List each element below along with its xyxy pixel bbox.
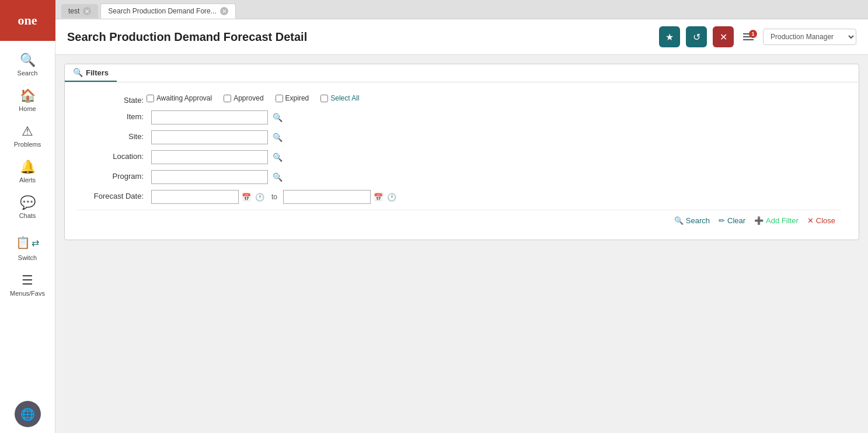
- sidebar-item-label: Search: [18, 70, 38, 77]
- filters-panel: 🔍 Filters State: Awaiting Approval: [64, 64, 859, 240]
- expired-checkbox[interactable]: Expired: [276, 94, 309, 102]
- location-controls: 🔍: [151, 150, 841, 164]
- switch-stack-icon: 📋: [16, 235, 30, 250]
- select-all-label: Select All: [330, 94, 359, 102]
- page-title: Search Production Demand Forecast Detail: [67, 30, 307, 44]
- state-checkboxes: Awaiting Approval Approved Expired: [147, 94, 360, 102]
- forecast-date-to-calendar-btn[interactable]: 📅: [372, 193, 384, 202]
- filter-search-icon: 🔍: [73, 68, 83, 77]
- program-controls: 🔍: [151, 170, 841, 184]
- sidebar-item-menus[interactable]: ☰ Menus/Favs: [0, 267, 55, 303]
- tab-test-close[interactable]: ✕: [83, 7, 91, 15]
- select-all-input[interactable]: [320, 95, 328, 102]
- sidebar-switch-label: Switch: [18, 254, 37, 261]
- filter-actions: 🔍 Search ✏ Clear ➕ Add Filter ✕ Close: [76, 210, 841, 228]
- app-logo[interactable]: one: [0, 0, 55, 41]
- item-filter-row: Item: 🔍: [76, 110, 841, 124]
- add-filter-action[interactable]: ➕ Add Filter: [754, 216, 799, 225]
- sidebar-item-label: Alerts: [19, 176, 36, 183]
- sidebar-item-label: Chats: [19, 212, 36, 219]
- sidebar-item-label: Problems: [14, 141, 41, 148]
- filters-tab-label: Filters: [86, 68, 109, 77]
- awaiting-approval-checkbox[interactable]: Awaiting Approval: [147, 94, 212, 102]
- page-header: Search Production Demand Forecast Detail…: [55, 19, 868, 55]
- program-lookup-button[interactable]: 🔍: [271, 172, 284, 182]
- logo-text: one: [18, 13, 37, 28]
- close-action-icon: ✕: [807, 216, 814, 225]
- clear-action-label: Clear: [727, 216, 745, 225]
- sidebar-item-search[interactable]: 🔍 Search: [0, 47, 55, 82]
- add-filter-label: Add Filter: [766, 216, 799, 225]
- program-label: Program:: [76, 170, 147, 181]
- avatar[interactable]: 🌐: [15, 401, 41, 427]
- search-action[interactable]: 🔍 Search: [674, 216, 710, 225]
- approved-label: Approved: [233, 94, 263, 102]
- item-lookup-button[interactable]: 🔍: [271, 113, 284, 122]
- sidebar-item-home[interactable]: 🏠 Home: [0, 82, 55, 118]
- sidebar-nav: 🔍 Search 🏠 Home ⚠ Problems 🔔 Alerts 💬 Ch…: [0, 41, 55, 401]
- expired-input[interactable]: [276, 95, 283, 102]
- forecast-date-from-group: 📅 🕐: [151, 190, 266, 204]
- forecast-date-from-input[interactable]: [151, 190, 239, 204]
- role-selector[interactable]: Production Manager Admin User: [763, 29, 856, 45]
- filters-body: State: Awaiting Approval Approved Exp: [65, 82, 859, 240]
- tab-search-close[interactable]: ✕: [220, 7, 228, 15]
- search-icon: 🔍: [20, 53, 36, 68]
- header-actions: ★ ↺ ✕ 1 Production Manager Admin User: [659, 26, 856, 47]
- location-label: Location:: [76, 150, 147, 161]
- sidebar-item-label: Home: [19, 105, 36, 112]
- sidebar-item-alerts[interactable]: 🔔 Alerts: [0, 154, 55, 189]
- state-label: State:: [76, 94, 147, 105]
- sidebar-bottom: 🌐: [15, 401, 41, 433]
- add-filter-icon: ➕: [754, 216, 764, 225]
- close-button[interactable]: ✕: [713, 26, 734, 47]
- item-input[interactable]: [151, 110, 268, 124]
- menu-button[interactable]: 1: [740, 30, 757, 44]
- filters-tab[interactable]: 🔍 Filters: [65, 64, 117, 82]
- location-filter-row: Location: 🔍: [76, 150, 841, 164]
- awaiting-approval-label: Awaiting Approval: [156, 94, 212, 102]
- sidebar-item-label: Menus/Favs: [10, 290, 45, 297]
- tab-search-label: Search Production Demand Fore...: [108, 7, 216, 15]
- site-lookup-button[interactable]: 🔍: [271, 133, 284, 142]
- expired-label: Expired: [285, 94, 309, 102]
- main-content: test ✕ Search Production Demand Fore... …: [55, 0, 868, 433]
- sidebar-item-chats[interactable]: 💬 Chats: [0, 189, 55, 225]
- sidebar: one 🔍 Search 🏠 Home ⚠ Problems 🔔 Alerts …: [0, 0, 55, 433]
- approved-checkbox[interactable]: Approved: [224, 94, 263, 102]
- avatar-icon: 🌐: [20, 407, 35, 421]
- tab-test[interactable]: test ✕: [61, 4, 98, 18]
- forecast-date-to-clock-btn[interactable]: 🕐: [386, 193, 398, 202]
- select-all-checkbox[interactable]: Select All: [320, 94, 359, 102]
- approved-input[interactable]: [224, 95, 231, 102]
- close-action-label: Close: [816, 216, 835, 225]
- location-input[interactable]: [151, 150, 268, 164]
- site-controls: 🔍: [151, 130, 841, 144]
- star-button[interactable]: ★: [659, 26, 680, 47]
- site-input[interactable]: [151, 130, 268, 144]
- sidebar-item-switch[interactable]: 📋 ⇄ Switch: [0, 225, 55, 267]
- sidebar-item-problems[interactable]: ⚠ Problems: [0, 118, 55, 154]
- menu-icon: ☰: [22, 273, 33, 288]
- to-separator: to: [269, 193, 280, 201]
- chat-icon: 💬: [20, 195, 36, 210]
- tab-search-production[interactable]: Search Production Demand Fore... ✕: [100, 4, 235, 19]
- clear-action[interactable]: ✏ Clear: [719, 216, 745, 225]
- state-filter-row: State: Awaiting Approval Approved Exp: [76, 94, 841, 105]
- forecast-date-from-calendar-btn[interactable]: 📅: [240, 193, 252, 202]
- forecast-date-from-clock-btn[interactable]: 🕐: [254, 193, 266, 202]
- awaiting-approval-input[interactable]: [147, 95, 154, 102]
- item-controls: 🔍: [151, 110, 841, 124]
- switch-arrows-icon: ⇄: [32, 237, 39, 248]
- location-lookup-button[interactable]: 🔍: [271, 153, 284, 162]
- program-filter-row: Program: 🔍: [76, 170, 841, 184]
- warning-icon: ⚠: [22, 124, 33, 139]
- close-action[interactable]: ✕ Close: [807, 216, 835, 225]
- refresh-button[interactable]: ↺: [686, 26, 707, 47]
- forecast-date-to-input[interactable]: [283, 190, 371, 204]
- tab-test-label: test: [68, 7, 79, 15]
- program-input[interactable]: [151, 170, 268, 184]
- tab-bar: test ✕ Search Production Demand Fore... …: [55, 0, 868, 19]
- site-filter-row: Site: 🔍: [76, 130, 841, 144]
- menu-bar-3: [743, 39, 754, 40]
